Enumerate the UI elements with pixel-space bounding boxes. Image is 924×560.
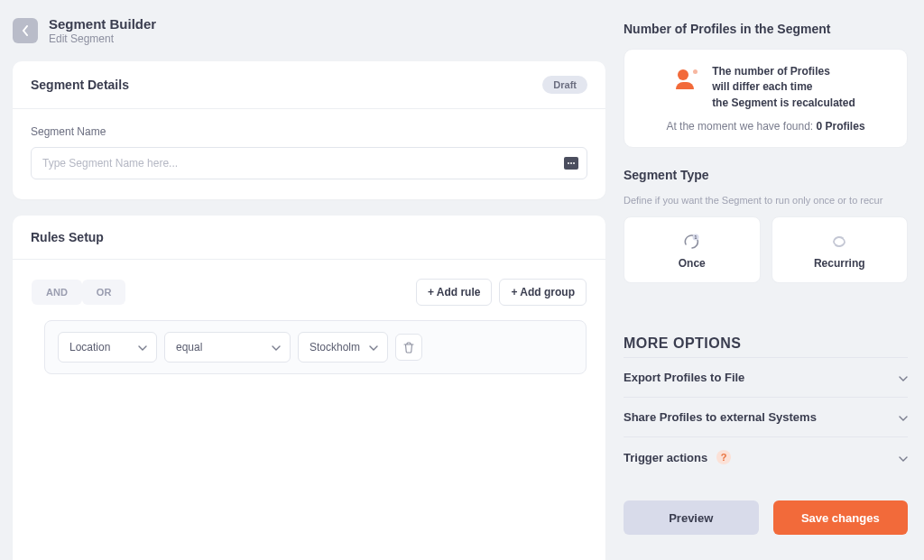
option-trigger-label: Trigger actions: [624, 451, 707, 464]
help-icon: ?: [716, 450, 731, 464]
preview-button[interactable]: Preview: [624, 500, 759, 535]
trash-icon: [403, 342, 414, 353]
page-header: Segment Builder Edit Segment: [13, 16, 605, 45]
option-share[interactable]: Share Profiles to external Systems: [624, 397, 908, 436]
logic-and-button[interactable]: AND: [32, 280, 82, 305]
segment-type-heading: Segment Type: [624, 168, 908, 182]
chevron-down-icon: [899, 371, 908, 384]
delete-rule-button[interactable]: [395, 334, 422, 361]
profiles-found: At the moment we have found: 0 Profiles: [641, 120, 891, 133]
type-recurring-label: Recurring: [772, 257, 908, 270]
rule-row: Location equal Stockholm: [44, 320, 587, 374]
segment-name-label: Segment Name: [31, 125, 587, 138]
chevron-down-icon: [272, 341, 281, 353]
type-once-card[interactable]: 1 Once: [624, 216, 761, 283]
page-title: Segment Builder: [49, 16, 156, 32]
rule-value-value: Stockholm: [310, 341, 360, 353]
rules-heading: Rules Setup: [31, 230, 104, 244]
chevron-down-icon: [369, 341, 378, 353]
segment-name-input[interactable]: [31, 147, 587, 179]
info-line: will differ each time: [712, 79, 855, 95]
save-button[interactable]: Save changes: [773, 500, 909, 535]
chevron-down-icon: [138, 341, 147, 353]
once-icon: 1: [624, 232, 760, 252]
segment-details-card: Segment Details Draft Segment Name: [13, 61, 605, 199]
segment-type-sub: Define if you want the Segment to run on…: [624, 195, 908, 206]
recurring-icon: [772, 232, 908, 252]
chevron-left-icon: [22, 25, 29, 36]
type-once-label: Once: [624, 257, 760, 270]
type-recurring-card[interactable]: Recurring: [772, 216, 909, 283]
profiles-icon: [676, 69, 701, 89]
chevron-down-icon: [899, 410, 908, 424]
details-heading: Segment Details: [31, 78, 129, 92]
status-badge: Draft: [542, 76, 587, 94]
add-group-button[interactable]: + Add group: [499, 279, 587, 306]
info-line: the Segment is recalculated: [712, 96, 855, 111]
rule-operator-value: equal: [176, 341, 202, 353]
rule-operator-select[interactable]: equal: [164, 332, 291, 363]
logic-or-button[interactable]: OR: [82, 280, 126, 305]
rule-value-select[interactable]: Stockholm: [298, 332, 388, 363]
profiles-heading: Number of Profiles in the Segment: [624, 22, 908, 36]
svg-text:1: 1: [694, 234, 697, 240]
more-options-heading: MORE OPTIONS: [624, 335, 908, 352]
logic-toggle: AND OR: [32, 280, 125, 305]
option-export-label: Export Profiles to File: [624, 371, 744, 384]
page-subtitle: Edit Segment: [49, 32, 156, 45]
option-share-label: Share Profiles to external Systems: [624, 410, 817, 424]
option-export[interactable]: Export Profiles to File: [624, 357, 908, 397]
option-trigger[interactable]: Trigger actions ?: [624, 436, 908, 477]
profiles-info-box: The number of Profiles will differ each …: [624, 49, 908, 148]
rules-setup-card: Rules Setup AND OR + Add rule + Add grou…: [13, 216, 605, 560]
chevron-down-icon: [899, 451, 908, 464]
add-rule-button[interactable]: + Add rule: [416, 279, 493, 306]
rule-field-select[interactable]: Location: [58, 332, 157, 363]
back-button[interactable]: [13, 18, 38, 43]
rule-field-value: Location: [69, 341, 110, 353]
info-line: The number of Profiles: [712, 64, 855, 79]
ellipsis-icon[interactable]: [564, 157, 578, 170]
